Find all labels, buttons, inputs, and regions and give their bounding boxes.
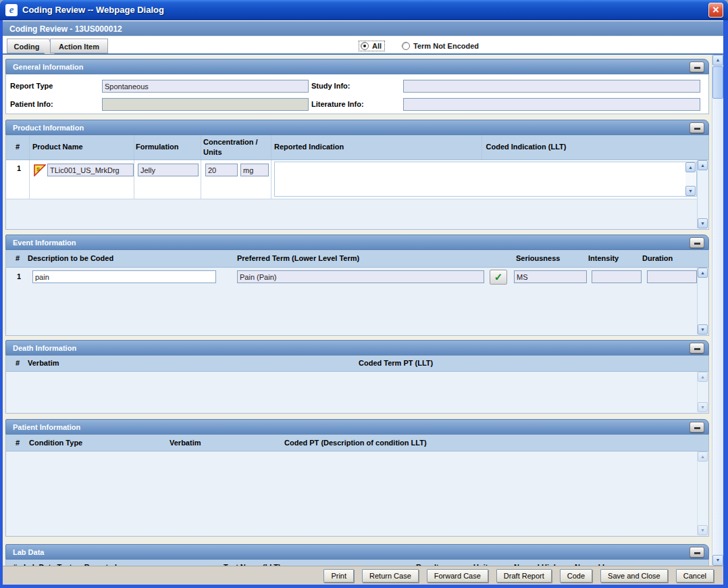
svg-text:S: S bbox=[36, 166, 41, 172]
col-formulation: Formulation bbox=[136, 143, 179, 151]
col-num: # bbox=[16, 254, 20, 262]
death-information-header: Death Information bbox=[5, 340, 709, 356]
filter-radio-group: All Term Not Encoded bbox=[359, 39, 479, 53]
minimize-icon[interactable] bbox=[690, 237, 704, 248]
death-information-body: # Verbatim Coded Term PT (LLT) ▲ ▼ bbox=[5, 356, 709, 414]
minimize-icon[interactable] bbox=[690, 62, 704, 72]
general-information-body: Report Type Study Info: Patient Info: Li… bbox=[5, 74, 709, 114]
scroll-up-icon[interactable]: ▲ bbox=[698, 372, 708, 382]
concentration-field[interactable] bbox=[205, 164, 238, 176]
report-type-field[interactable] bbox=[102, 80, 309, 93]
check-icon: ✓ bbox=[494, 271, 503, 283]
row-number: 1 bbox=[17, 164, 21, 172]
close-icon[interactable]: ✕ bbox=[708, 3, 723, 18]
cancel-button[interactable]: Cancel bbox=[676, 569, 714, 583]
units-field[interactable] bbox=[240, 164, 269, 176]
title-bar: e Coding Review -- Webpage Dialog ✕ bbox=[0, 0, 728, 20]
scroll-down-icon[interactable]: ▼ bbox=[698, 324, 708, 335]
lab-column-header: # Lab Data Test as Reported Test Name (L… bbox=[6, 560, 708, 566]
minus-glyph bbox=[694, 67, 700, 69]
patient-info-label: Patient Info: bbox=[10, 100, 53, 108]
return-case-button[interactable]: Return Case bbox=[362, 569, 419, 583]
save-and-close-button[interactable]: Save and Close bbox=[600, 569, 668, 583]
product-section-scrollbar[interactable]: ▲ ▼ bbox=[697, 160, 708, 228]
patient-information-body: # Condition Type Verbatim Coded PT (Desc… bbox=[5, 435, 709, 537]
intensity-field[interactable] bbox=[592, 270, 642, 283]
scroll-down-icon[interactable]: ▼ bbox=[698, 525, 708, 535]
death-information-title: Death Information bbox=[13, 344, 76, 352]
tab-action-item[interactable]: Action Item bbox=[50, 39, 108, 53]
minus-glyph bbox=[694, 128, 700, 130]
duration-field[interactable] bbox=[647, 270, 697, 283]
preferred-term-field[interactable] bbox=[237, 270, 484, 283]
textarea-scrollbar[interactable]: ▲ ▼ bbox=[685, 162, 696, 196]
minimize-icon[interactable] bbox=[690, 422, 704, 433]
tab-action-item-label: Action Item bbox=[59, 43, 99, 51]
general-information-header: General Information bbox=[5, 59, 709, 74]
radio-term-not-encoded[interactable]: Term Not Encoded bbox=[402, 42, 479, 50]
encode-check-button[interactable]: ✓ bbox=[490, 270, 507, 285]
col-preferred-term: Preferred Term (Lower Level Term) bbox=[237, 254, 359, 262]
scroll-down-icon[interactable]: ▼ bbox=[698, 218, 708, 228]
scrollbar-thumb[interactable] bbox=[712, 66, 723, 99]
minimize-icon[interactable] bbox=[690, 343, 704, 353]
event-row: 1 ✓ bbox=[6, 268, 697, 289]
draft-report-button[interactable]: Draft Report bbox=[496, 569, 552, 583]
scroll-down-icon[interactable]: ▼ bbox=[698, 402, 708, 412]
patient-section-scrollbar[interactable]: ▲ ▼ bbox=[697, 451, 708, 535]
event-section-scrollbar[interactable]: ▲ ▼ bbox=[697, 268, 708, 335]
lab-data-header: Lab Data bbox=[5, 544, 709, 560]
scroll-up-icon[interactable]: ▲ bbox=[698, 451, 708, 462]
death-section-scrollbar[interactable]: ▲ ▼ bbox=[697, 372, 708, 412]
code-button[interactable]: Code bbox=[560, 569, 592, 583]
tab-bar: Coding Action Item All Term Not Encoded bbox=[3, 36, 723, 55]
product-name-field[interactable] bbox=[47, 164, 134, 176]
suspect-flag-icon: S bbox=[34, 164, 46, 176]
scroll-up-icon[interactable]: ▲ bbox=[685, 162, 696, 172]
product-information-header: Product Information bbox=[5, 120, 709, 135]
col-intensity: Intensity bbox=[588, 254, 619, 262]
scroll-down-icon[interactable]: ▼ bbox=[712, 555, 723, 566]
patient-info-field[interactable] bbox=[102, 98, 309, 111]
study-info-field[interactable] bbox=[403, 80, 700, 93]
window-body: Coding Review - 13US000012 Coding Action… bbox=[0, 20, 728, 588]
dialog-content: General Information Report Type Study In… bbox=[3, 55, 723, 566]
radio-all[interactable]: All bbox=[359, 41, 384, 51]
tab-coding[interactable]: Coding bbox=[7, 39, 46, 53]
col-coded-indication: Coded Indication (LLT) bbox=[411, 143, 641, 151]
print-button[interactable]: Print bbox=[323, 569, 354, 583]
minimize-icon[interactable] bbox=[690, 122, 704, 133]
col-product-name: Product Name bbox=[32, 143, 83, 151]
literature-info-field[interactable] bbox=[403, 98, 700, 111]
description-to-be-coded-field[interactable] bbox=[32, 270, 216, 283]
window-title: Coding Review -- Webpage Dialog bbox=[22, 0, 164, 20]
minimize-icon[interactable] bbox=[690, 547, 704, 558]
minus-glyph bbox=[694, 552, 700, 554]
col-seriousness: Seriousness bbox=[516, 254, 560, 262]
scroll-down-icon[interactable]: ▼ bbox=[685, 186, 696, 196]
main-scrollbar[interactable]: ▲ ▼ bbox=[712, 55, 723, 566]
scroll-up-icon[interactable]: ▲ bbox=[698, 160, 708, 170]
scroll-up-icon[interactable]: ▲ bbox=[712, 55, 723, 66]
literature-info-label: Literature Info: bbox=[311, 100, 364, 108]
col-num: # bbox=[16, 359, 20, 367]
scroll-up-icon[interactable]: ▲ bbox=[698, 268, 708, 278]
reported-indication-textarea[interactable]: ▲ ▼ bbox=[274, 162, 697, 197]
radio-term-not-encoded-icon[interactable] bbox=[402, 42, 410, 50]
webpage-dialog: e Coding Review -- Webpage Dialog ✕ Codi… bbox=[0, 0, 728, 588]
lab-data-body: # Lab Data Test as Reported Test Name (L… bbox=[5, 560, 709, 566]
report-type-label: Report Type bbox=[10, 82, 53, 90]
col-num: # bbox=[16, 439, 20, 447]
col-verbatim: Verbatim bbox=[170, 439, 201, 447]
study-info-label: Study Info: bbox=[311, 82, 350, 90]
radio-all-icon[interactable] bbox=[361, 42, 369, 50]
section-patient-information: Patient Information # Condition Type Ver… bbox=[5, 419, 709, 537]
col-verbatim: Verbatim bbox=[28, 359, 59, 367]
event-information-body: # Description to be Coded Preferred Term… bbox=[5, 250, 709, 336]
col-condition-type: Condition Type bbox=[29, 439, 82, 447]
forward-case-button[interactable]: Forward Case bbox=[427, 569, 488, 583]
seriousness-field[interactable] bbox=[514, 270, 587, 283]
product-information-body: # Product Name Formulation Concentration… bbox=[5, 135, 709, 230]
formulation-field[interactable] bbox=[138, 164, 199, 176]
radio-all-label: All bbox=[372, 42, 382, 50]
